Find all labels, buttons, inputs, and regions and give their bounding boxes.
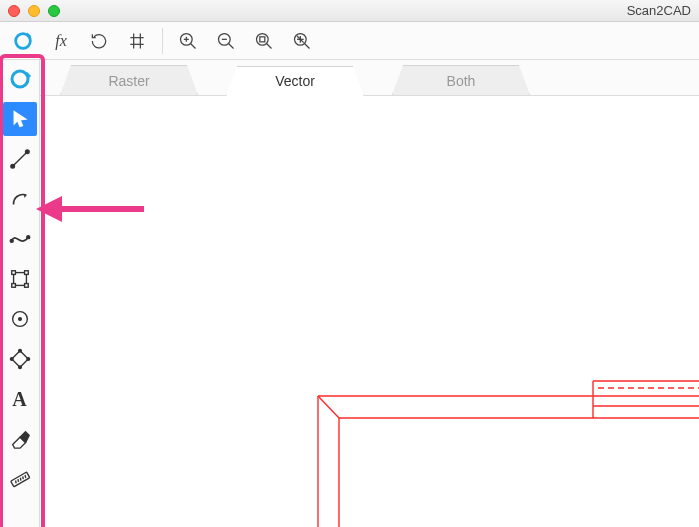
tool-column: A — [0, 60, 40, 527]
svg-line-48 — [318, 396, 339, 418]
measure-tool-icon[interactable] — [3, 462, 37, 496]
refresh-icon[interactable] — [84, 26, 114, 56]
zoom-extend-icon[interactable] — [287, 26, 317, 56]
svg-rect-29 — [24, 271, 28, 275]
svg-point-36 — [18, 366, 21, 369]
bezier-tool-icon[interactable] — [3, 222, 37, 256]
align-icon[interactable] — [122, 26, 152, 56]
tab-both[interactable]: Both — [392, 65, 530, 95]
svg-rect-14 — [260, 36, 265, 41]
svg-point-35 — [26, 358, 29, 361]
rectangle-tool-icon[interactable] — [3, 262, 37, 296]
close-icon[interactable] — [8, 5, 20, 17]
svg-line-43 — [24, 475, 26, 478]
svg-rect-28 — [11, 271, 15, 275]
eraser-tool-icon[interactable] — [3, 422, 37, 456]
select-tool-icon[interactable] — [3, 102, 37, 136]
view-tabbar: Raster Vector Both — [40, 60, 699, 96]
content-area: Raster Vector Both — [40, 60, 699, 527]
svg-point-22 — [10, 165, 14, 169]
svg-point-34 — [18, 349, 21, 352]
svg-line-10 — [229, 43, 234, 48]
svg-point-23 — [25, 150, 29, 154]
tab-label: Vector — [275, 73, 315, 89]
circle-tool-icon[interactable] — [3, 302, 37, 336]
window-controls — [8, 5, 60, 17]
svg-point-33 — [18, 318, 21, 321]
tab-raster[interactable]: Raster — [60, 65, 198, 95]
zoom-fit-icon[interactable] — [249, 26, 279, 56]
line-tool-icon[interactable] — [3, 142, 37, 176]
svg-line-16 — [305, 43, 310, 48]
svg-rect-30 — [11, 284, 15, 288]
cad-drawing — [263, 376, 699, 527]
svg-line-42 — [21, 476, 23, 479]
svg-line-13 — [267, 43, 272, 48]
tab-vector[interactable]: Vector — [226, 66, 364, 96]
toolbar-separator — [162, 28, 163, 54]
polygon-tool-icon[interactable] — [3, 342, 37, 376]
app-window: Scan2CAD fx — [0, 0, 699, 527]
svg-line-41 — [19, 478, 21, 481]
text-tool-icon[interactable]: A — [3, 382, 37, 416]
tab-label: Raster — [108, 73, 149, 89]
svg-point-26 — [26, 236, 29, 239]
fx-label: fx — [55, 32, 67, 50]
minimize-icon[interactable] — [28, 5, 40, 17]
svg-point-12 — [257, 33, 269, 45]
svg-line-21 — [12, 152, 27, 167]
titlebar: Scan2CAD — [0, 0, 699, 22]
logo-icon[interactable] — [8, 26, 38, 56]
tool-column-wrap: A — [0, 60, 40, 527]
app-logo-icon[interactable] — [3, 62, 37, 96]
tab-label: Both — [447, 73, 476, 89]
zoom-out-icon[interactable] — [211, 26, 241, 56]
svg-rect-31 — [24, 284, 28, 288]
zoom-in-icon[interactable] — [173, 26, 203, 56]
svg-point-25 — [10, 239, 13, 242]
svg-line-6 — [191, 43, 196, 48]
maximize-icon[interactable] — [48, 5, 60, 17]
text-tool-glyph: A — [12, 388, 26, 411]
svg-line-40 — [17, 479, 19, 482]
svg-line-39 — [14, 480, 16, 483]
svg-point-37 — [10, 358, 13, 361]
app-title: Scan2CAD — [627, 3, 691, 18]
arc-tool-icon[interactable] — [3, 182, 37, 216]
fx-icon[interactable]: fx — [46, 26, 76, 56]
drawing-canvas[interactable] — [40, 96, 699, 527]
top-toolbar: fx — [0, 22, 699, 60]
